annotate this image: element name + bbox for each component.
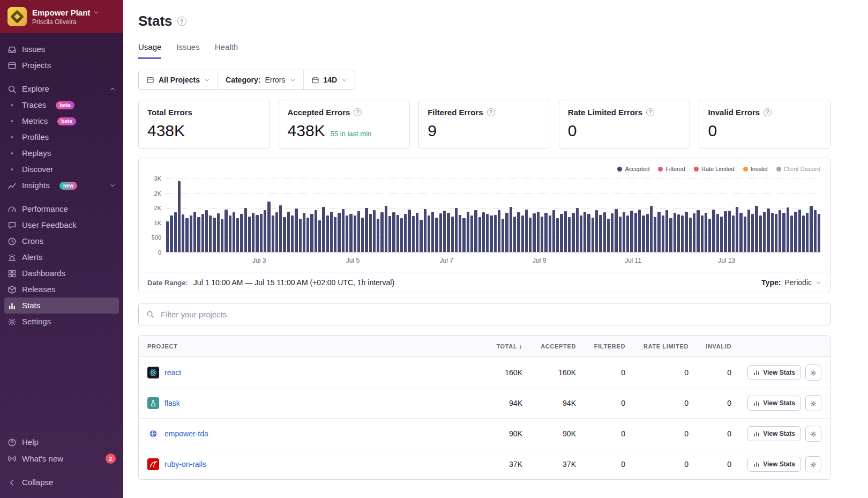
view-stats-button[interactable]: View Stats	[747, 426, 801, 441]
sidebar-item-projects[interactable]: Projects	[0, 57, 123, 73]
project-link[interactable]: ruby-on-rails	[164, 460, 206, 469]
category-filter[interactable]: Category: Errors	[218, 70, 303, 90]
table-row-react: react160K160K000View Stats	[139, 357, 830, 388]
chart-bar	[701, 215, 704, 252]
invalid-value: 0	[689, 429, 731, 438]
chart-bar	[205, 210, 208, 252]
x-tick-label: Jul 13	[718, 257, 735, 264]
view-stats-button[interactable]: View Stats	[747, 365, 801, 380]
chart-bar	[564, 211, 567, 252]
project-link[interactable]: empower-tda	[164, 429, 208, 438]
legend-item-client-discard[interactable]: Client Discard	[776, 166, 820, 172]
tab-issues[interactable]: Issues	[176, 42, 199, 59]
sidebar-item-profiles[interactable]: •Profiles	[0, 129, 123, 145]
chart-bar	[611, 213, 613, 252]
legend-dot	[658, 167, 663, 172]
accepted-value: 94K	[522, 399, 576, 407]
row-actions: View Stats	[731, 395, 821, 411]
chart-bar	[190, 215, 192, 252]
view-stats-button[interactable]: View Stats	[747, 396, 801, 411]
gear-icon	[810, 369, 817, 376]
column-header-total[interactable]: TOTAL↓	[463, 343, 522, 350]
chart-legend: AcceptedFilteredRate LimitedInvalidClien…	[139, 158, 830, 173]
sidebar-item-dashboards[interactable]: Dashboards	[0, 265, 123, 281]
sidebar-item-help[interactable]: Help	[0, 434, 123, 450]
sidebar-item-performance[interactable]: Performance	[0, 201, 123, 217]
help-icon[interactable]: ?	[177, 17, 186, 26]
chart-bar	[295, 209, 297, 252]
tab-health[interactable]: Health	[215, 42, 238, 59]
chart-type-select[interactable]: Type: Periodic	[761, 278, 821, 287]
project-settings-button[interactable]	[805, 365, 821, 381]
sidebar-item-user-feedback[interactable]: User Feedback	[0, 217, 123, 233]
react-platform-icon	[147, 367, 159, 378]
project-settings-button[interactable]	[805, 395, 821, 411]
column-header-invalid[interactable]: INVALID	[689, 343, 731, 350]
chart-bar	[728, 211, 731, 252]
projects-icon	[146, 76, 154, 84]
invalid-value: 0	[689, 460, 731, 469]
sidebar-item-label: Metrics	[22, 116, 48, 126]
chart-footer: Date Range: Jul 1 10:00 AM — Jul 15 11:0…	[139, 272, 830, 293]
sidebar-item-stats[interactable]: Stats	[4, 298, 119, 314]
insights-icon	[8, 181, 17, 190]
legend-dot	[743, 167, 748, 172]
new-badge: new	[59, 182, 77, 190]
help-icon[interactable]: ?	[646, 108, 654, 116]
sort-descending-icon: ↓	[519, 343, 522, 350]
column-header-accepted[interactable]: ACCEPTED	[522, 343, 576, 350]
chart-bars	[166, 179, 820, 252]
chart-bar	[385, 206, 387, 252]
sidebar-item-crons[interactable]: Crons	[0, 233, 123, 249]
sidebar: Empower Plant Priscila Oliveira IssuesPr…	[0, 0, 123, 498]
project-settings-button[interactable]	[805, 456, 821, 472]
column-header-rate-limited[interactable]: RATE LIMITED	[625, 343, 689, 350]
help-icon[interactable]: ?	[764, 108, 772, 116]
sidebar-item-what-s-new[interactable]: What's new2	[0, 450, 123, 467]
sidebar-item-settings[interactable]: Settings	[0, 314, 123, 330]
legend-item-invalid[interactable]: Invalid	[743, 166, 768, 172]
table-row-empower-tda: empower-tda90K90K000View Stats	[139, 418, 830, 449]
sidebar-item-replays[interactable]: •Replays	[0, 145, 123, 161]
sidebar-item-label: Dashboards	[22, 269, 65, 278]
sidebar-item-metrics[interactable]: •Metricsbeta	[0, 113, 123, 129]
legend-item-accepted[interactable]: Accepted	[617, 166, 649, 172]
chart-bar	[662, 215, 664, 252]
chart-bar	[354, 215, 356, 252]
sidebar-item-issues[interactable]: Issues	[0, 41, 123, 57]
tab-usage[interactable]: Usage	[138, 42, 161, 59]
sidebar-item-discover[interactable]: •Discover	[0, 161, 123, 177]
sidebar-item-collapse[interactable]: Collapse	[0, 474, 123, 490]
search-input[interactable]	[160, 309, 822, 319]
help-icon[interactable]: ?	[354, 108, 362, 116]
chart-bar	[736, 207, 738, 252]
sidebar-item-releases[interactable]: Releases	[0, 281, 123, 298]
sidebar-nav: IssuesProjectsExplore•Tracesbeta•Metrics…	[0, 33, 123, 333]
sidebar-item-label: Crons	[22, 236, 43, 246]
sidebar-item-label: Performance	[22, 204, 68, 214]
view-stats-button[interactable]: View Stats	[747, 457, 801, 472]
project-filter[interactable]: All Projects	[139, 70, 218, 90]
help-icon[interactable]: ?	[487, 108, 495, 116]
chart-bar	[583, 212, 586, 252]
sidebar-item-explore[interactable]: Explore	[0, 81, 123, 97]
date-range-filter[interactable]: 14D	[303, 70, 355, 90]
chart-bar	[447, 213, 450, 252]
column-header-project[interactable]: PROJECT	[147, 343, 463, 350]
legend-item-rate-limited[interactable]: Rate Limited	[694, 166, 735, 172]
sidebar-item-traces[interactable]: •Tracesbeta	[0, 97, 123, 113]
app-root: Empower Plant Priscila Oliveira IssuesPr…	[0, 0, 868, 498]
chart-bar	[549, 215, 551, 252]
org-switcher[interactable]: Empower Plant Priscila Oliveira	[0, 0, 123, 33]
sidebar-item-insights[interactable]: Insightsnew	[0, 177, 123, 194]
project-link[interactable]: react	[164, 368, 181, 377]
project-settings-button[interactable]	[805, 426, 821, 442]
column-header-filtered[interactable]: FILTERED	[576, 343, 625, 350]
total-value: 37K	[463, 460, 522, 469]
project-link[interactable]: flask	[164, 399, 180, 407]
chart-bar	[392, 212, 395, 252]
sidebar-item-label: What's new	[22, 454, 63, 464]
chart-bar	[330, 212, 333, 252]
sidebar-item-alerts[interactable]: Alerts	[0, 249, 123, 265]
legend-item-filtered[interactable]: Filtered	[658, 166, 685, 172]
